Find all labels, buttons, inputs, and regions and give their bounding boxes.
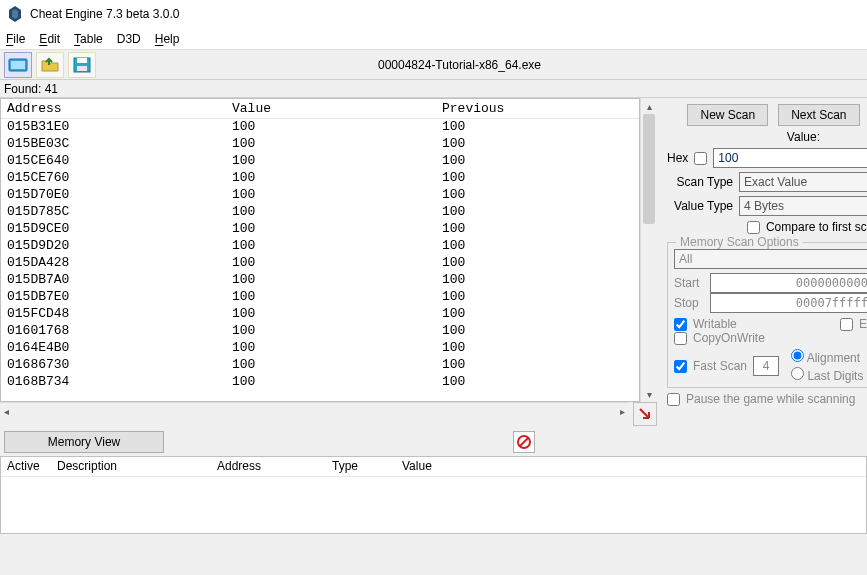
col-active[interactable]: Active — [1, 457, 51, 476]
found-count: Found: 41 — [0, 80, 867, 98]
memory-scan-options: Memory Scan Options All Start Stop Writa… — [667, 242, 867, 388]
table-row[interactable]: 015DB7A0100100 — [1, 272, 639, 289]
address-table-header: Active Description Address Type Value — [1, 457, 866, 477]
scroll-left-icon[interactable]: ◂ — [4, 406, 9, 417]
svg-line-6 — [520, 438, 528, 446]
results-header: Address Value Previous — [1, 99, 639, 119]
writable-label: Writable — [693, 317, 737, 331]
table-row[interactable]: 015D70E0100100 — [1, 187, 639, 204]
new-scan-button[interactable]: New Scan — [687, 104, 768, 126]
table-row[interactable]: 015DA428100100 — [1, 255, 639, 272]
menu-d3d[interactable]: D3D — [117, 32, 141, 46]
mid-toolbar: Memory View — [0, 428, 867, 456]
table-row[interactable]: 015CE760100100 — [1, 170, 639, 187]
table-row[interactable]: 015B31E0100100 — [1, 119, 639, 136]
table-row[interactable]: 015DB7E0100100 — [1, 289, 639, 306]
col-type[interactable]: Type — [326, 457, 396, 476]
col-address2[interactable]: Address — [211, 457, 326, 476]
table-row[interactable]: 015CE640100100 — [1, 153, 639, 170]
next-scan-button[interactable]: Next Scan — [778, 104, 859, 126]
mem-options-legend: Memory Scan Options — [676, 235, 803, 249]
results-hscroll[interactable]: ◂ ▸ — [0, 402, 629, 419]
table-row[interactable]: 015FCD48100100 — [1, 306, 639, 323]
copyonwrite-checkbox[interactable] — [674, 332, 687, 345]
toolbar: 00004824-Tutorial-x86_64.exe — [0, 50, 867, 80]
memory-view-button[interactable]: Memory View — [4, 431, 164, 453]
results-pane: Address Value Previous 015B31E0100100015… — [0, 98, 640, 402]
scroll-right-icon[interactable]: ▸ — [620, 406, 625, 417]
col-description[interactable]: Description — [51, 457, 211, 476]
app-title: Cheat Engine 7.3 beta 3.0.0 — [30, 7, 179, 21]
process-label: 00004824-Tutorial-x86_64.exe — [100, 58, 819, 72]
table-row[interactable]: 01601768100100 — [1, 323, 639, 340]
scroll-down-icon[interactable]: ▾ — [641, 386, 657, 402]
pause-checkbox[interactable] — [667, 393, 680, 406]
executable-checkbox[interactable] — [840, 318, 853, 331]
hex-label: Hex — [667, 151, 688, 165]
table-row[interactable]: 0164E4B0100100 — [1, 340, 639, 357]
table-row[interactable]: 015BE03C100100 — [1, 136, 639, 153]
start-label: Start — [674, 276, 704, 290]
start-input[interactable] — [710, 273, 867, 293]
scroll-up-icon[interactable]: ▴ — [641, 98, 657, 114]
writable-checkbox[interactable] — [674, 318, 687, 331]
table-row[interactable]: 015D785C100100 — [1, 204, 639, 221]
app-logo-icon — [6, 5, 24, 23]
copyonwrite-label: CopyOnWrite — [693, 331, 765, 345]
scroll-thumb[interactable] — [643, 114, 655, 224]
menubar: File Edit Table D3D Help — [0, 28, 867, 50]
table-row[interactable]: 015D9D20100100 — [1, 238, 639, 255]
open-file-button[interactable] — [36, 52, 64, 78]
scan-type-select[interactable]: Exact Value — [739, 172, 867, 192]
pause-label: Pause the game while scanning — [686, 392, 855, 406]
value-label: Value: — [667, 130, 867, 144]
col-value[interactable]: Value — [226, 99, 436, 118]
value-type-label: Value Type — [667, 199, 733, 213]
stop-input[interactable] — [710, 293, 867, 313]
titlebar: Cheat Engine 7.3 beta 3.0.0 — [0, 0, 867, 28]
fast-scan-checkbox[interactable] — [674, 360, 687, 373]
open-process-button[interactable] — [4, 52, 32, 78]
menu-edit[interactable]: Edit — [39, 32, 60, 46]
menu-file[interactable]: File — [6, 32, 25, 46]
svg-rect-3 — [77, 58, 87, 63]
svg-rect-1 — [11, 61, 25, 69]
mem-region-select[interactable]: All — [674, 249, 867, 269]
address-table[interactable]: Active Description Address Type Value — [0, 456, 867, 534]
save-button[interactable] — [68, 52, 96, 78]
menu-help[interactable]: Help — [155, 32, 180, 46]
col-address[interactable]: Address — [1, 99, 226, 118]
col-value2[interactable]: Value — [396, 457, 866, 476]
scan-type-label: Scan Type — [667, 175, 733, 189]
svg-rect-4 — [77, 66, 87, 71]
table-row[interactable]: 015D9CE0100100 — [1, 221, 639, 238]
value-input[interactable] — [713, 148, 867, 168]
alignment-radio[interactable]: Alignment — [791, 349, 863, 365]
results-body[interactable]: 015B31E0100100015BE03C100100015CE6401001… — [1, 119, 639, 401]
table-row[interactable]: 01686730100100 — [1, 357, 639, 374]
value-type-select[interactable]: 4 Bytes — [739, 196, 867, 216]
results-scrollbar[interactable]: ▴ ▾ — [640, 98, 657, 402]
clear-list-button[interactable] — [513, 431, 535, 453]
compare-first-checkbox[interactable] — [747, 221, 760, 234]
table-row[interactable]: 0168B734100100 — [1, 374, 639, 391]
last-digits-radio[interactable]: Last Digits — [791, 367, 863, 383]
menu-table[interactable]: Table — [74, 32, 103, 46]
fast-scan-value[interactable] — [753, 356, 779, 376]
compare-first-label: Compare to first scan — [766, 220, 867, 234]
stop-label: Stop — [674, 296, 704, 310]
scan-options-pane: New Scan Next Scan Value: Hex Scan Type … — [657, 98, 867, 428]
add-to-list-button[interactable] — [633, 402, 657, 426]
hex-checkbox[interactable] — [694, 152, 707, 165]
executable-label: Ex — [859, 317, 867, 331]
col-previous[interactable]: Previous — [436, 99, 639, 118]
fast-scan-label: Fast Scan — [693, 359, 747, 373]
